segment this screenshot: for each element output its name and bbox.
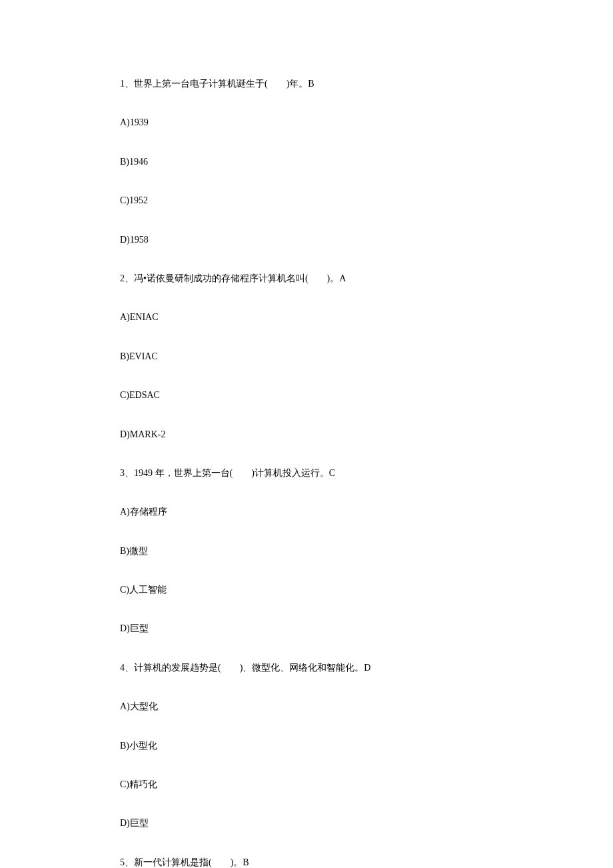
question-option: D)巨型 xyxy=(120,816,493,831)
question-option: A)1939 xyxy=(120,115,493,130)
question-option: D)巨型 xyxy=(120,621,493,636)
question-option: A)大型化 xyxy=(120,699,493,714)
question-option: C)精巧化 xyxy=(120,777,493,792)
question-option: D)1958 xyxy=(120,233,493,247)
question-option: C)1952 xyxy=(120,193,493,208)
question-option: D)MARK-2 xyxy=(120,427,493,442)
question-stem: 5、新一代计算机是指( )。B xyxy=(120,855,493,868)
question-stem: 1、世界上第一台电子计算机诞生于( )年。B xyxy=(120,77,493,91)
question-option: B)EVIAC xyxy=(120,349,493,364)
question-option: B)小型化 xyxy=(120,739,493,753)
question-stem: 3、1949 年，世界上第一台( )计算机投入运行。C xyxy=(120,466,493,481)
question-stem: 2、冯•诺依曼研制成功的存储程序计算机名叫( )。A xyxy=(120,271,493,286)
question-option: C)EDSAC xyxy=(120,388,493,403)
question-option: A)ENIAC xyxy=(120,310,493,325)
question-option: B)1946 xyxy=(120,155,493,169)
question-option: B)微型 xyxy=(120,544,493,559)
question-option: C)人工智能 xyxy=(120,583,493,597)
question-option: A)存储程序 xyxy=(120,505,493,519)
question-stem: 4、计算机的发展趋势是( )、微型化、网络化和智能化。D xyxy=(120,661,493,675)
document-content: 1、世界上第一台电子计算机诞生于( )年。B A)1939 B)1946 C)1… xyxy=(0,0,613,868)
